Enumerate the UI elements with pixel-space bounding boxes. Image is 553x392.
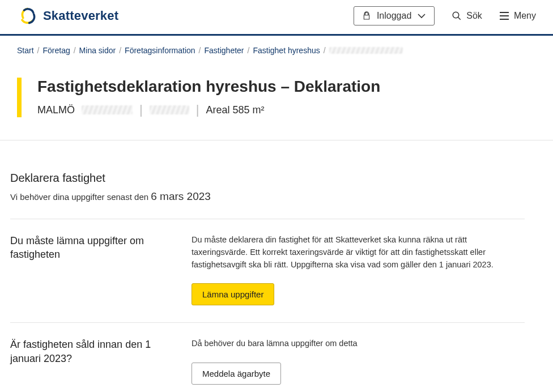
breadcrumb-item[interactable]: Företag xyxy=(42,46,70,55)
page-subtitle: MALMÖ | | Areal 585 m² xyxy=(37,103,536,117)
redacted-text xyxy=(82,105,133,114)
redacted-text xyxy=(150,105,189,114)
breadcrumb-item[interactable]: Start xyxy=(17,46,34,55)
search-icon xyxy=(452,11,462,21)
deadline-text: Vi behöver dina uppgifter senast den 6 m… xyxy=(10,190,525,203)
brand-logo[interactable]: Skatteverket xyxy=(17,6,118,26)
divider: | xyxy=(196,103,199,117)
row-body: Du måste deklarera din fastighet för att… xyxy=(192,234,525,271)
menu-icon xyxy=(499,11,509,20)
breadcrumb-item[interactable]: Fastigheter xyxy=(205,46,244,55)
row-heading: Är fastigheten såld innan den 1 januari … xyxy=(10,338,169,385)
page-title: Fastighetsdeklaration hyreshus – Deklara… xyxy=(37,78,536,96)
report-owner-change-button[interactable]: Meddela ägarbyte xyxy=(192,363,281,385)
deadline-date: 6 mars 2023 xyxy=(151,190,211,202)
search-link[interactable]: Sök xyxy=(452,11,482,21)
search-label: Sök xyxy=(466,11,482,21)
row-body: Då behöver du bara lämna uppgifter om de… xyxy=(192,338,525,350)
login-status-label: Inloggad xyxy=(377,11,411,21)
chevron-down-icon xyxy=(417,12,426,19)
city-label: MALMÖ xyxy=(37,104,75,116)
breadcrumb-item[interactable]: Fastighet hyreshus xyxy=(253,46,320,55)
section-heading: Deklarera fastighet xyxy=(10,172,525,185)
menu-link[interactable]: Meny xyxy=(499,11,536,21)
breadcrumb-item[interactable]: Mina sidor xyxy=(79,46,116,55)
redacted-text xyxy=(329,47,403,54)
lock-icon xyxy=(362,11,371,20)
menu-label: Meny xyxy=(514,11,536,21)
svg-line-1 xyxy=(458,17,461,20)
breadcrumb: Start/ Företag/ Mina sidor/ Företagsinfo… xyxy=(0,36,553,55)
submit-details-button[interactable]: Lämna uppgifter xyxy=(192,283,274,305)
svg-point-0 xyxy=(453,12,460,18)
brand-name: Skatteverket xyxy=(43,8,118,23)
breadcrumb-item[interactable]: Företagsinformation xyxy=(125,46,195,55)
area-label: Areal 585 m² xyxy=(206,104,264,116)
swirl-icon xyxy=(17,6,37,26)
row-heading: Du måste lämna uppgifter om fastigheten xyxy=(10,234,169,305)
login-status-button[interactable]: Inloggad xyxy=(354,6,435,25)
divider: | xyxy=(139,103,143,117)
deadline-prefix: Vi behöver dina uppgifter senast den xyxy=(10,192,151,202)
